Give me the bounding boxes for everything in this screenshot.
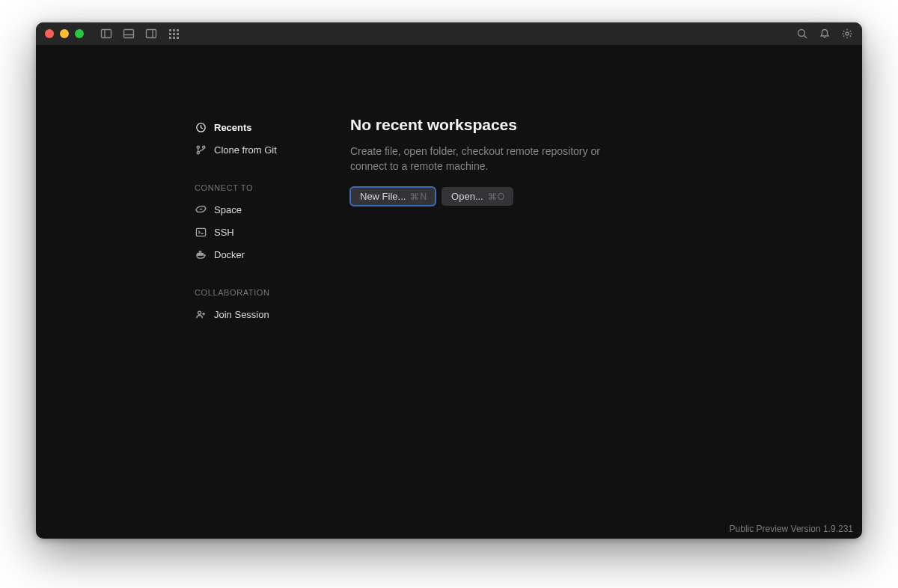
- sidebar-item-label: Clone from Git: [214, 144, 277, 156]
- svg-point-10: [197, 146, 199, 148]
- keyboard-shortcut: ⌘N: [410, 192, 427, 202]
- maximize-window-button[interactable]: [75, 29, 84, 38]
- svg-rect-4: [147, 30, 156, 38]
- svg-point-18: [198, 311, 201, 314]
- version-label: Public Preview Version 1.9.231: [730, 524, 853, 534]
- welcome-sidebar: Recents Clone from Git CONNECT TO Space: [193, 116, 350, 539]
- section-header-collaboration: COLLABORATION: [193, 288, 350, 297]
- bell-icon[interactable]: [819, 28, 831, 40]
- section-header-connect: CONNECT TO: [193, 183, 350, 192]
- app-window: Recents Clone from Git CONNECT TO Space: [36, 22, 862, 539]
- sidebar-item-label: Space: [214, 204, 242, 215]
- traffic-lights: [45, 29, 84, 38]
- svg-point-12: [202, 146, 204, 148]
- person-add-icon: [195, 308, 207, 320]
- svg-point-11: [197, 151, 199, 153]
- sidebar-item-label: Join Session: [214, 309, 269, 320]
- sidebar-item-recents[interactable]: Recents: [193, 116, 350, 138]
- sidebar-item-label: SSH: [214, 227, 234, 238]
- sidebar-item-ssh[interactable]: SSH: [193, 221, 350, 243]
- keyboard-shortcut: ⌘O: [488, 192, 505, 202]
- terminal-icon: [195, 226, 207, 238]
- sidebar-item-label: Recents: [214, 122, 252, 133]
- new-file-button[interactable]: New File... ⌘N: [350, 187, 436, 206]
- minimize-window-button[interactable]: [60, 29, 69, 38]
- sidebar-item-space[interactable]: Space: [193, 198, 350, 221]
- sidebar-item-clone[interactable]: Clone from Git: [193, 138, 350, 161]
- svg-line-7: [804, 36, 807, 39]
- clock-icon: [195, 121, 207, 133]
- page-subtitle: Create file, open folder, checkout remot…: [350, 144, 620, 174]
- search-icon[interactable]: [796, 28, 808, 40]
- svg-rect-0: [102, 30, 112, 38]
- sidebar-item-join-session[interactable]: Join Session: [193, 303, 350, 325]
- button-label: Open...: [451, 191, 483, 202]
- app-grid-icon[interactable]: [168, 28, 180, 40]
- sidebar-item-label: Docker: [214, 249, 245, 260]
- svg-rect-17: [199, 251, 201, 253]
- svg-point-8: [846, 32, 849, 35]
- gear-icon[interactable]: [841, 28, 853, 40]
- close-window-button[interactable]: [45, 29, 54, 38]
- git-branch-icon: [195, 144, 207, 156]
- space-icon: [195, 203, 207, 215]
- svg-rect-13: [196, 228, 205, 236]
- page-title: No recent workspaces: [350, 116, 862, 134]
- right-panel-toggle-icon[interactable]: [145, 28, 157, 40]
- button-label: New File...: [360, 191, 406, 202]
- open-button[interactable]: Open... ⌘O: [442, 187, 513, 206]
- docker-icon: [195, 248, 207, 260]
- left-panel-toggle-icon[interactable]: [100, 28, 112, 40]
- titlebar: [36, 22, 862, 45]
- main-panel: No recent workspaces Create file, open f…: [350, 116, 862, 539]
- sidebar-item-docker[interactable]: Docker: [193, 243, 350, 266]
- svg-rect-2: [124, 30, 134, 38]
- svg-point-6: [798, 30, 805, 37]
- bottom-panel-toggle-icon[interactable]: [123, 28, 135, 40]
